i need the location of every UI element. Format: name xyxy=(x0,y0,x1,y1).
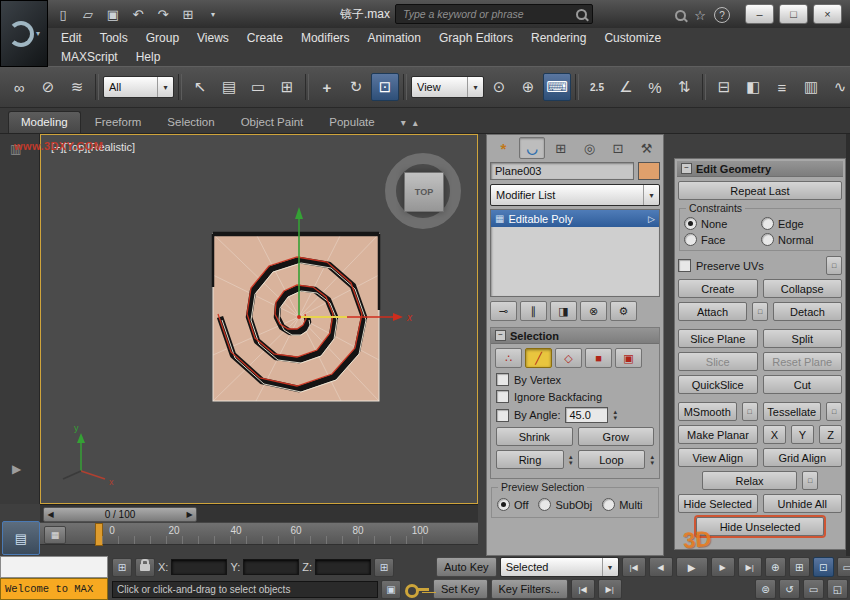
chevron-down-icon[interactable]: ▾ xyxy=(202,4,224,24)
maxscript-listener-message[interactable]: Welcome to MAX xyxy=(0,578,108,600)
key-filters-button[interactable]: Key Filters... xyxy=(491,579,568,599)
maxscript-listener-row[interactable] xyxy=(0,556,108,578)
slice-plane-button[interactable]: Slice Plane xyxy=(678,329,758,348)
reference-coordinate-system-dropdown[interactable]: View ▾ xyxy=(411,76,484,98)
transform-typein-icon[interactable]: ⊞ xyxy=(112,558,132,577)
unlink-selection-icon[interactable]: ⊘ xyxy=(34,73,62,101)
select-and-scale-icon[interactable]: ⊡ xyxy=(371,73,399,101)
go-to-start-icon[interactable]: |◀ xyxy=(622,557,646,577)
selection-lock-icon[interactable] xyxy=(135,558,155,577)
previous-frame-icon[interactable]: ◀ xyxy=(649,557,673,577)
tab-display-icon[interactable]: ⊡ xyxy=(605,137,632,159)
snaps-toggle-2.5d-icon[interactable]: 2.5 xyxy=(583,73,611,101)
key-filter-scope-dropdown[interactable]: Selected ▾ xyxy=(500,557,619,577)
spinner-down-icon[interactable]: ▾ xyxy=(613,415,617,421)
zoom-region-icon[interactable]: ▭ xyxy=(837,557,850,577)
bind-to-spacewarp-icon[interactable]: ≋ xyxy=(63,73,91,101)
set-keys-key-icon[interactable] xyxy=(404,581,430,597)
repeat-last-button[interactable]: Repeat Last xyxy=(678,181,842,200)
spinner-down-icon[interactable]: ▾ xyxy=(569,460,573,466)
attach-settings-icon[interactable]: □ xyxy=(752,302,768,321)
search-input[interactable] xyxy=(401,7,572,21)
preview-multi-radio[interactable] xyxy=(602,498,615,511)
application-menu-button[interactable]: ▾ xyxy=(0,0,48,67)
hide-unselected-button[interactable]: Hide Unselected xyxy=(696,517,824,536)
planar-y-button[interactable]: Y xyxy=(791,425,814,444)
tab-hierarchy-icon[interactable]: ⊞ xyxy=(547,137,574,159)
z-coordinate-field[interactable] xyxy=(315,559,371,575)
menu-modifiers[interactable]: Modifiers xyxy=(292,30,359,46)
layer-manager-icon[interactable]: ▥ xyxy=(797,73,825,101)
tab-selection[interactable]: Selection xyxy=(155,112,226,133)
project-folder-icon[interactable]: ⊞ xyxy=(177,4,199,24)
named-selection-sets-icon[interactable]: ⊟ xyxy=(710,73,738,101)
constraint-none-radio[interactable] xyxy=(684,217,697,230)
tab-utilities-icon[interactable]: ⚒ xyxy=(633,137,660,159)
hide-selected-button[interactable]: Hide Selected xyxy=(678,494,758,513)
redo-icon[interactable]: ↷ xyxy=(152,4,174,24)
tab-freeform[interactable]: Freeform xyxy=(83,112,154,133)
auto-key-button[interactable]: Auto Key xyxy=(436,557,497,577)
selection-rollout-header[interactable]: − Selection xyxy=(491,328,659,344)
angle-snap-icon[interactable]: ∠ xyxy=(612,73,640,101)
object-name-field[interactable]: Plane003 xyxy=(490,162,634,180)
edit-geometry-header[interactable]: − Edit Geometry xyxy=(677,161,843,177)
angle-spinner[interactable]: ▴ ▾ xyxy=(613,409,617,421)
menu-graph-editors[interactable]: Graph Editors xyxy=(430,30,522,46)
favorites-star-icon[interactable]: ☆ xyxy=(694,5,706,25)
menu-help[interactable]: Help xyxy=(127,49,170,65)
spinner-down-icon[interactable]: ▾ xyxy=(650,460,654,466)
view-align-button[interactable]: View Align xyxy=(678,448,758,467)
time-slider-grip[interactable]: ◀ 0 / 100 ▶ xyxy=(43,507,197,522)
zoom-extents-icon[interactable]: ⊡ xyxy=(813,557,834,577)
select-and-link-icon[interactable]: ∞ xyxy=(5,73,33,101)
menu-animation[interactable]: Animation xyxy=(359,30,430,46)
help-icon[interactable]: ? xyxy=(714,7,730,23)
set-key-button[interactable]: Set Key xyxy=(433,579,488,599)
loop-button[interactable]: Loop xyxy=(578,450,646,469)
cut-button[interactable]: Cut xyxy=(763,375,843,394)
close-button[interactable]: × xyxy=(813,4,842,24)
save-file-icon[interactable]: ▣ xyxy=(102,4,124,24)
show-end-result-icon[interactable]: ∥ xyxy=(520,301,547,321)
zoom-region-mode-icon[interactable]: ▭ xyxy=(803,579,824,599)
ignore-backfacing-checkbox[interactable] xyxy=(496,390,509,403)
viewcube-top-face[interactable]: TOP xyxy=(404,172,444,212)
previous-frame-arrow-icon[interactable]: ◀ xyxy=(44,510,57,519)
collapse-button[interactable]: Collapse xyxy=(763,279,843,298)
split-button[interactable]: Split xyxy=(763,329,843,348)
tab-populate[interactable]: Populate xyxy=(317,112,386,133)
select-and-move-icon[interactable]: + xyxy=(313,73,341,101)
use-pivot-center-icon[interactable]: ⊙ xyxy=(485,73,513,101)
zoom-all-icon[interactable]: ⊞ xyxy=(789,557,810,577)
msmooth-button[interactable]: MSmooth xyxy=(678,402,737,421)
search-icon[interactable] xyxy=(576,9,587,20)
ribbon-minimize-icon[interactable]: ▴ xyxy=(413,117,418,128)
constraint-normal-radio[interactable] xyxy=(761,233,774,246)
curve-editor-icon[interactable]: ∿ xyxy=(826,73,850,101)
configure-modifier-sets-icon[interactable]: ⚙ xyxy=(610,301,637,321)
menu-create[interactable]: Create xyxy=(238,30,292,46)
menu-rendering[interactable]: Rendering xyxy=(522,30,595,46)
time-slider[interactable]: ◀ 0 / 100 ▶ xyxy=(40,504,478,522)
create-button[interactable]: Create xyxy=(678,279,758,298)
element-mode-icon[interactable]: ▣ xyxy=(615,348,642,368)
planar-x-button[interactable]: X xyxy=(763,425,786,444)
expand-panel-icon[interactable]: ▶ xyxy=(12,462,21,476)
tab-motion-icon[interactable]: ◎ xyxy=(576,137,603,159)
new-scene-icon[interactable]: ▯ xyxy=(52,4,74,24)
menu-edit[interactable]: Edit xyxy=(52,30,91,46)
infocenter-search-box[interactable] xyxy=(395,4,593,24)
vertex-mode-icon[interactable]: ∴ xyxy=(495,348,522,368)
grid-align-button[interactable]: Grid Align xyxy=(763,448,843,467)
track-bar[interactable]: ▦ 0 20 40 60 80 100 xyxy=(40,522,478,545)
tab-modeling[interactable]: Modeling xyxy=(8,111,81,133)
minimize-button[interactable]: – xyxy=(745,4,774,24)
percent-snap-icon[interactable]: % xyxy=(641,73,669,101)
maximize-viewport-toggle-icon[interactable]: ◱ xyxy=(827,579,848,599)
loop-spinner[interactable]: ▴ ▾ xyxy=(650,450,654,469)
angle-value-field[interactable]: 45.0 xyxy=(565,407,608,423)
x-coordinate-field[interactable] xyxy=(171,559,227,575)
ring-button[interactable]: Ring xyxy=(496,450,564,469)
by-angle-checkbox[interactable] xyxy=(496,409,509,422)
